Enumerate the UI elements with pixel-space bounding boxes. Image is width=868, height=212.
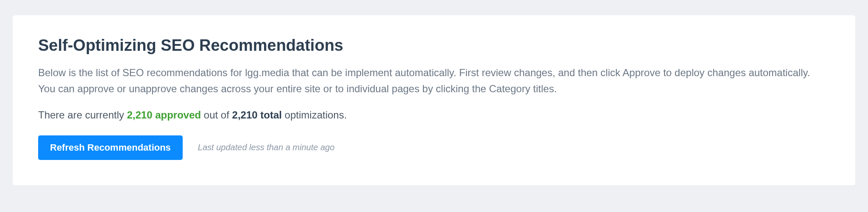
refresh-recommendations-button[interactable]: Refresh Recommendations [38,135,183,160]
approved-count: 2,210 approved [127,109,201,121]
last-updated-text: Last updated less than a minute ago [198,143,334,152]
summary-middle: out of [201,109,232,121]
summary-prefix: There are currently [38,109,127,121]
action-row: Refresh Recommendations Last updated les… [38,135,830,160]
page-container: Self-Optimizing SEO Recommendations Belo… [0,0,868,202]
page-title: Self-Optimizing SEO Recommendations [38,36,830,55]
optimization-summary: There are currently 2,210 approved out o… [38,109,830,121]
recommendations-card: Self-Optimizing SEO Recommendations Belo… [13,15,855,185]
total-count: 2,210 total [232,109,282,121]
summary-suffix: optimizations. [282,109,347,121]
description-text: Below is the list of SEO recommendations… [38,65,830,97]
